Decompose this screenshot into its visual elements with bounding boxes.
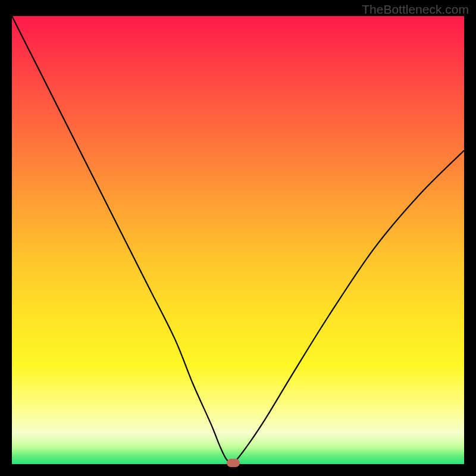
optimal-point-marker (227, 459, 240, 467)
plot-area (12, 16, 464, 464)
watermark-label: TheBottleneck.com (362, 2, 469, 17)
bottleneck-curve (12, 16, 464, 464)
chart-container: TheBottleneck.com (0, 0, 476, 476)
